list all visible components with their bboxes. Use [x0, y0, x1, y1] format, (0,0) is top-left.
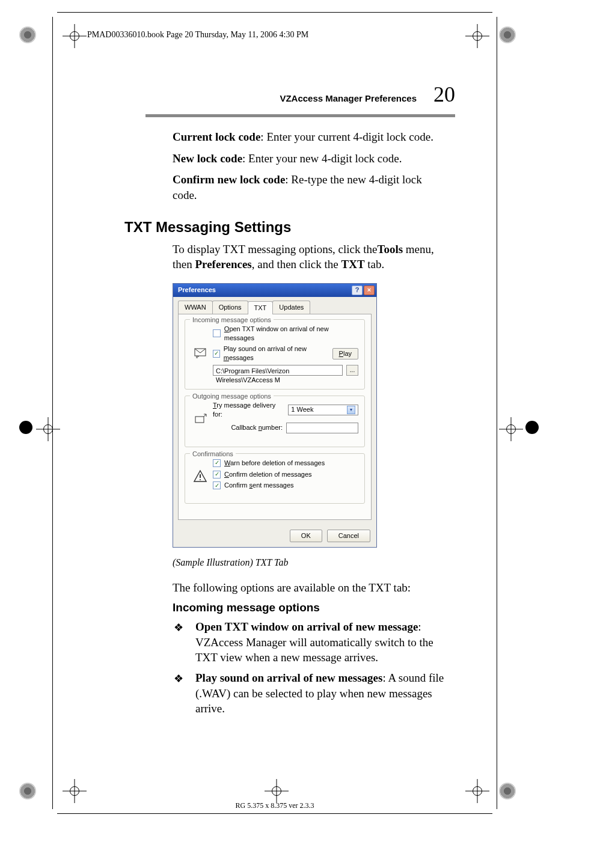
tab-updates[interactable]: Updates: [272, 301, 310, 314]
incoming-message-icon: [191, 343, 209, 360]
registration-cross: [499, 417, 523, 441]
confirm-delete-label: Confirm deletion of messages: [224, 470, 312, 479]
svg-rect-3: [195, 417, 204, 423]
tab-txt[interactable]: TXT: [248, 301, 274, 314]
warn-delete-label: Warn before deletion of messages: [224, 459, 325, 468]
outgoing-legend: Outgoing message options: [190, 392, 274, 401]
outgoing-fieldset: Outgoing message options Try message del…: [185, 396, 365, 447]
confirmations-legend: Confirmations: [190, 450, 236, 459]
book-meta-header: PMAD00336010.book Page 20 Thursday, May …: [52, 30, 497, 40]
registration-mark: [19, 783, 36, 799]
diamond-bullet-icon: ❖: [174, 671, 183, 686]
cancel-button[interactable]: Cancel: [327, 530, 370, 542]
close-button[interactable]: ×: [364, 286, 375, 295]
tab-options[interactable]: Options: [212, 301, 248, 314]
figure-caption: (Sample Illustration) TXT Tab: [173, 556, 449, 569]
browse-button[interactable]: ...: [346, 365, 358, 376]
confirm-sent-checkbox[interactable]: ✓: [213, 481, 221, 489]
intro-paragraph: To display TXT messaging options, click …: [173, 242, 449, 272]
play-button[interactable]: Play: [332, 348, 358, 359]
try-delivery-combo[interactable]: 1 Week▾: [288, 405, 358, 415]
warn-delete-checkbox[interactable]: ✓: [213, 459, 221, 467]
play-sound-checkbox[interactable]: ✓: [213, 350, 220, 358]
dialog-button-row: OK Cancel: [173, 525, 376, 547]
callback-number-field[interactable]: [286, 423, 358, 433]
sound-path-field[interactable]: C:\Program Files\Verizon Wireless\VZAcce…: [213, 365, 343, 376]
registration-mark: [19, 421, 32, 434]
tab-panel: Incoming message options Open TXT window…: [178, 314, 372, 521]
warning-icon: [191, 468, 209, 484]
after-caption-text: The following options are available on t…: [173, 580, 449, 596]
preferences-dialog: Preferences ? × WWAN Options TXT Updates…: [173, 283, 377, 548]
help-button[interactable]: ?: [352, 286, 363, 295]
confirmations-fieldset: Confirmations ✓ Warn before deletion of …: [185, 453, 365, 504]
callback-number-label: Callback number:: [231, 423, 283, 432]
incoming-legend: Incoming message options: [190, 316, 274, 325]
tab-strip: WWAN Options TXT Updates: [173, 297, 376, 314]
current-lock-code-para: Current lock code: Enter your current 4-…: [173, 129, 449, 145]
confirm-lock-code-para: Confirm new lock code: Re-type the new 4…: [173, 172, 449, 203]
footer-version: RG 5.375 x 8.375 ver 2.3.3: [52, 801, 497, 810]
chevron-down-icon: ▾: [347, 406, 355, 414]
dialog-title: Preferences: [178, 286, 216, 295]
running-head: VZAccess Manager Preferences 20: [52, 82, 497, 107]
registration-mark: [525, 421, 539, 434]
page-number: 20: [433, 82, 455, 107]
new-lock-code-para: New lock code: Enter your new 4-digit lo…: [173, 151, 449, 167]
list-item: ❖ Play sound on arrival of new messages:…: [173, 670, 449, 717]
list-item: ❖ Open TXT window on arrival of new mess…: [173, 619, 449, 665]
dialog-titlebar: Preferences ? ×: [173, 284, 376, 297]
section-heading: TXT Messaging Settings: [124, 219, 497, 236]
registration-mark: [19, 26, 36, 43]
try-delivery-label: Try message delivery for:: [213, 401, 284, 419]
registration-mark: [499, 783, 516, 799]
outgoing-message-icon: [191, 411, 209, 427]
play-sound-label: Play sound on arrival of new messages: [224, 344, 325, 362]
option-list: ❖ Open TXT window on arrival of new mess…: [173, 619, 449, 717]
ok-button[interactable]: OK: [290, 530, 322, 542]
open-txt-window-label: Open TXT window on arrival of new messag…: [224, 325, 358, 343]
diamond-bullet-icon: ❖: [174, 620, 183, 635]
svg-point-6: [200, 479, 201, 480]
tab-wwan[interactable]: WWAN: [178, 301, 213, 314]
registration-mark: [499, 26, 516, 43]
section-title: VZAccess Manager Preferences: [280, 93, 417, 103]
incoming-fieldset: Incoming message options Open TXT window…: [185, 319, 365, 390]
header-rule: [145, 114, 455, 117]
incoming-options-subheading: Incoming message options: [173, 600, 449, 616]
confirm-delete-checkbox[interactable]: ✓: [213, 471, 221, 478]
confirm-sent-label: Confirm sent messages: [224, 481, 294, 490]
page-content: PMAD00336010.book Page 20 Thursday, May …: [52, 12, 497, 814]
open-txt-window-checkbox[interactable]: [213, 329, 221, 337]
